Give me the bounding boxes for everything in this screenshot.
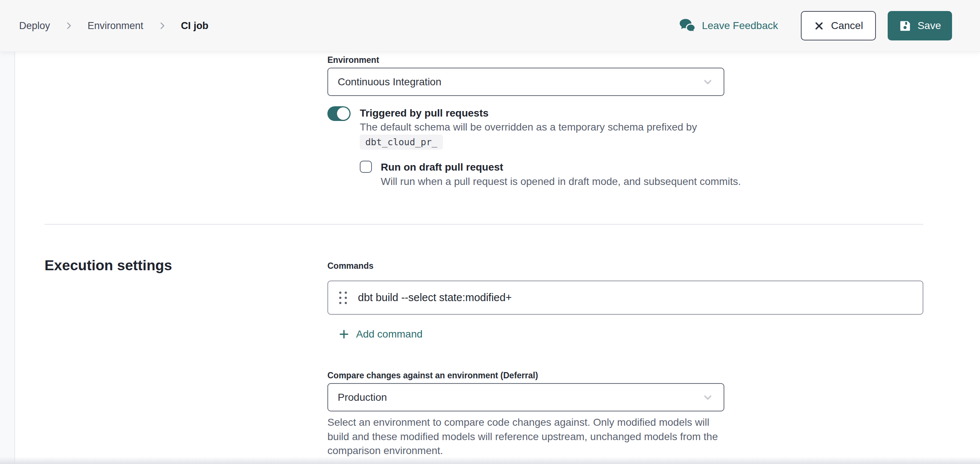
- command-input[interactable]: dbt build --select state:modified+: [328, 281, 923, 315]
- schema-prefix-chip: dbt_cloud_pr_: [360, 135, 443, 149]
- add-command-label: Add command: [356, 328, 423, 340]
- chevron-down-icon: [702, 76, 714, 88]
- run-on-draft-checkbox[interactable]: [360, 160, 372, 173]
- top-bar: Deploy Environment CI job Leave Feedback: [0, 0, 980, 51]
- cancel-button[interactable]: Cancel: [801, 11, 876, 40]
- left-rail: [0, 51, 15, 464]
- cancel-label: Cancel: [831, 20, 863, 32]
- command-value: dbt build --select state:modified+: [358, 292, 512, 304]
- deferral-select[interactable]: Production: [328, 383, 724, 412]
- leave-feedback-link[interactable]: Leave Feedback: [679, 18, 778, 33]
- triggered-by-pr-description: The default schema will be overridden as…: [360, 121, 697, 133]
- deferral-description: Select an environment to compare code ch…: [328, 415, 718, 458]
- deferral-select-value: Production: [338, 392, 387, 403]
- section-divider: [45, 224, 923, 225]
- chat-bubbles-icon: [679, 18, 696, 33]
- ci-job-settings-page: Deploy Environment CI job Leave Feedback: [0, 0, 980, 464]
- triggered-by-pr-toggle[interactable]: [328, 106, 351, 121]
- bottom-scroll-fade: [0, 457, 980, 464]
- breadcrumb-current-ci-job: CI job: [181, 20, 208, 32]
- chevron-right-icon: [158, 21, 167, 30]
- breadcrumb: Deploy Environment CI job: [19, 20, 208, 32]
- deferral-field-label: Compare changes against an environment (…: [328, 370, 538, 381]
- environment-field-label: Environment: [328, 55, 379, 65]
- floppy-disk-icon: [899, 19, 912, 32]
- header-actions: Leave Feedback Cancel Save: [679, 11, 952, 40]
- breadcrumb-environment[interactable]: Environment: [88, 20, 143, 32]
- drag-handle-icon[interactable]: [339, 292, 347, 304]
- leave-feedback-label: Leave Feedback: [702, 20, 778, 32]
- save-button[interactable]: Save: [888, 11, 952, 40]
- plus-icon: [338, 328, 350, 340]
- execution-settings-heading: Execution settings: [45, 257, 172, 273]
- toggle-knob: [337, 107, 350, 120]
- add-command-button[interactable]: Add command: [338, 328, 423, 340]
- breadcrumb-deploy[interactable]: Deploy: [19, 20, 50, 32]
- environment-select[interactable]: Continuous Integration: [328, 68, 724, 96]
- run-on-draft-label: Run on draft pull request: [381, 161, 503, 173]
- run-on-draft-description: Will run when a pull request is opened i…: [381, 176, 741, 188]
- commands-field-label: Commands: [328, 261, 373, 271]
- chevron-right-icon: [64, 21, 73, 30]
- save-label: Save: [918, 20, 941, 32]
- chevron-down-icon: [702, 391, 714, 404]
- triggered-by-pr-label: Triggered by pull requests: [360, 107, 488, 119]
- environment-select-value: Continuous Integration: [338, 76, 441, 88]
- x-close-icon: [814, 21, 824, 31]
